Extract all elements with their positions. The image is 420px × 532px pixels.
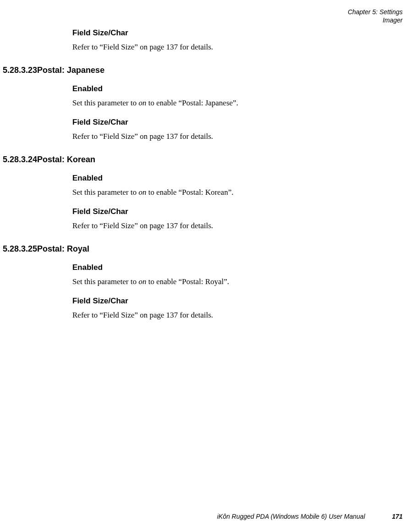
- footer-manual-title: iKôn Rugged PDA (Windows Mobile 6) User …: [217, 513, 365, 520]
- section-5-28-3-25: 5.28.3.25 Postal: Royal: [3, 244, 403, 254]
- body-text: Refer to “Field Size” on page 137 for de…: [72, 310, 403, 321]
- page: Chapter 5: Settings Imager Field Size/Ch…: [0, 0, 420, 532]
- footer-page-number: 171: [392, 513, 403, 520]
- heading-field-size-char: Field Size/Char: [72, 118, 403, 127]
- section-title: Postal: Japanese: [37, 66, 104, 75]
- block-0: Field Size/Char Refer to “Field Size” on…: [72, 28, 403, 53]
- running-header: Chapter 5: Settings Imager: [348, 8, 403, 24]
- body-text: Set this parameter to on to enable “Post…: [72, 187, 403, 198]
- section-number: 5.28.3.24: [3, 155, 37, 165]
- header-section: Imager: [348, 16, 403, 25]
- section-number: 5.28.3.23: [3, 66, 37, 75]
- body-text: Refer to “Field Size” on page 137 for de…: [72, 221, 403, 231]
- heading-field-size-char: Field Size/Char: [72, 207, 403, 216]
- heading-field-size-char: Field Size/Char: [72, 296, 403, 306]
- heading-enabled: Enabled: [72, 174, 403, 183]
- section-title: Postal: Korean: [37, 155, 95, 165]
- inline-italic: on: [138, 277, 146, 286]
- header-chapter: Chapter 5: Settings: [348, 8, 403, 16]
- body-text: Set this parameter to on to enable “Post…: [72, 98, 403, 109]
- content-area: Field Size/Char Refer to “Field Size” on…: [0, 28, 403, 321]
- inline-italic: on: [138, 188, 146, 197]
- body-text: Refer to “Field Size” on page 137 for de…: [72, 132, 403, 142]
- heading-field-size-char: Field Size/Char: [72, 28, 403, 38]
- section-5-28-3-25-body: Enabled Set this parameter to on to enab…: [72, 263, 403, 321]
- body-text: Refer to “Field Size” on page 137 for de…: [72, 42, 403, 53]
- section-5-28-3-24-body: Enabled Set this parameter to on to enab…: [72, 174, 403, 231]
- body-text: Set this parameter to on to enable “Post…: [72, 277, 403, 287]
- heading-enabled: Enabled: [72, 84, 403, 93]
- heading-enabled: Enabled: [72, 263, 403, 272]
- section-5-28-3-23: 5.28.3.23 Postal: Japanese: [3, 66, 403, 75]
- section-title: Postal: Royal: [37, 244, 89, 254]
- inline-italic: on: [138, 99, 146, 107]
- section-5-28-3-24: 5.28.3.24 Postal: Korean: [3, 155, 403, 165]
- section-5-28-3-23-body: Enabled Set this parameter to on to enab…: [72, 84, 403, 142]
- section-number: 5.28.3.25: [3, 244, 37, 254]
